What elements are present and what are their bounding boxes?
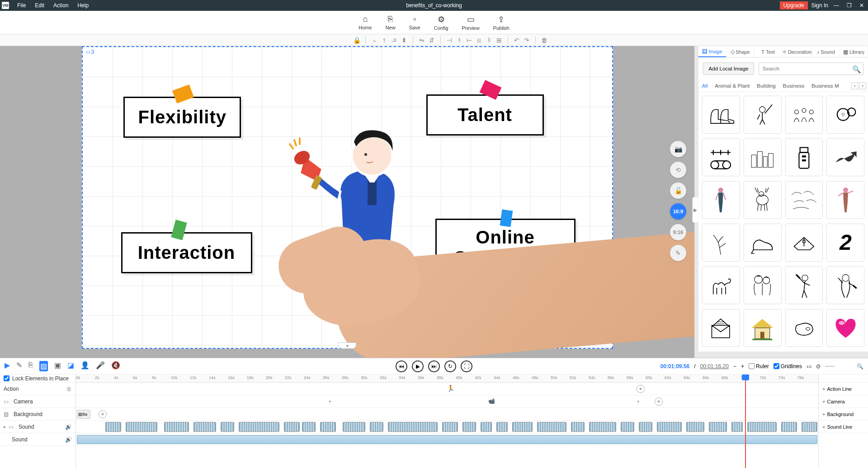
camera-track[interactable]: ▪ 📹 ▪ +: [76, 395, 818, 408]
minimize-icon[interactable]: ―: [832, 2, 841, 9]
align-bottom-icon[interactable]: ⫡: [390, 36, 398, 44]
sound-clip[interactable]: [164, 422, 189, 432]
publish-button[interactable]: ⇪Publish: [493, 14, 509, 31]
sound-clip[interactable]: [747, 422, 777, 432]
sound-clip[interactable]: [571, 422, 585, 432]
card-talent[interactable]: Talent: [426, 94, 544, 136]
sound-clip[interactable]: [512, 422, 533, 432]
sound-clip[interactable]: [621, 422, 634, 432]
align-right-icon[interactable]: ⊢: [465, 36, 473, 44]
action-marker-icon[interactable]: 🏃: [447, 385, 454, 392]
zoom-out-button[interactable]: −: [733, 363, 736, 370]
asset-thumb-branch[interactable]: [702, 224, 740, 262]
search-icon[interactable]: 🔍: [852, 65, 861, 74]
group-icon[interactable]: ⊞: [495, 36, 503, 44]
sound-clip[interactable]: [126, 422, 157, 432]
zoom-search-icon[interactable]: 🔍: [857, 363, 863, 370]
close-icon[interactable]: ✕: [857, 2, 866, 9]
undo-icon[interactable]: ↶: [513, 36, 521, 44]
edit-tool-icon[interactable]: ✎: [670, 245, 686, 261]
category-prev-icon[interactable]: ‹: [851, 82, 859, 89]
sound-clip[interactable]: [537, 422, 566, 432]
sound-clip[interactable]: [370, 422, 383, 432]
canvas[interactable]: ▭ 3 Flexibility Talent Interaction Onlin…: [82, 46, 613, 349]
sound-clip[interactable]: [496, 422, 508, 432]
asset-thumb-baseball-player[interactable]: [785, 266, 823, 304]
sound-clip[interactable]: [709, 422, 727, 432]
asset-thumb-deer[interactable]: [743, 181, 781, 219]
sound-clip[interactable]: [320, 422, 336, 432]
align-vcenter-icon[interactable]: ⫯: [380, 36, 388, 44]
action-delete-icon[interactable]: 🗑: [66, 386, 72, 392]
asset-thumb-woman-standing[interactable]: [702, 181, 740, 219]
flip-v-icon[interactable]: ⇵: [428, 36, 436, 44]
camera-tool-icon[interactable]: 📷: [670, 141, 686, 157]
rotate-tool-icon[interactable]: ⟲: [670, 162, 686, 178]
frame-icon[interactable]: ▣: [54, 361, 61, 371]
asset-thumb-sketch-scene[interactable]: [785, 181, 823, 219]
new-button[interactable]: ⎘New: [386, 14, 396, 30]
zoom-in-button[interactable]: +: [741, 363, 744, 370]
total-time[interactable]: 00:01:16.20: [700, 363, 729, 370]
add-local-image-button[interactable]: Add Local Image: [703, 62, 754, 75]
asset-thumb-shoe[interactable]: [743, 224, 781, 262]
menu-edit[interactable]: Edit: [30, 2, 49, 9]
play-button[interactable]: ▶: [412, 360, 424, 372]
card-flexibility[interactable]: Flexibility: [123, 97, 241, 138]
tab-library[interactable]: ▦Library: [840, 46, 868, 57]
export-clip-icon[interactable]: ⎘: [28, 361, 33, 371]
align-left-icon[interactable]: ⊣: [445, 36, 453, 44]
tab-text[interactable]: TText: [754, 46, 782, 57]
asset-thumb-caveman[interactable]: [826, 266, 864, 304]
align-top-icon[interactable]: ⫠: [370, 36, 378, 44]
prev-button[interactable]: ⏮: [396, 360, 407, 372]
flip-h-icon[interactable]: ⇋: [418, 36, 426, 44]
camera-keyframe-3[interactable]: ▪: [637, 399, 639, 404]
lock-elements-checkbox[interactable]: [4, 375, 9, 381]
timeline-ruler[interactable]: 0s2s4s6s8s10s12s14s16s18s20s22s24s26s28s…: [76, 374, 818, 383]
action-add-button[interactable]: +: [637, 385, 645, 393]
playhead[interactable]: [745, 374, 746, 468]
align-hcenter-icon[interactable]: ⫲: [455, 36, 463, 44]
next-button[interactable]: ⏭: [428, 360, 440, 372]
camera-keyframe-2[interactable]: 📹: [488, 398, 495, 404]
category-all[interactable]: All: [702, 83, 708, 89]
asset-thumb-woman-presenting[interactable]: [826, 181, 864, 219]
sound-clip[interactable]: [193, 422, 216, 432]
asset-thumb-conveyor[interactable]: [702, 138, 740, 176]
align-stretch-icon[interactable]: ⬍: [400, 36, 408, 44]
sound-clip[interactable]: [686, 422, 704, 432]
sound-clip[interactable]: [589, 422, 616, 432]
edit-clip-icon[interactable]: ✎: [16, 361, 22, 371]
asset-thumb-heart[interactable]: [826, 309, 864, 347]
panel-collapse-handle[interactable]: ▸: [692, 197, 698, 223]
asset-thumb-steak[interactable]: [785, 309, 823, 347]
maximize-icon[interactable]: ❐: [844, 2, 854, 9]
asset-thumb-usb[interactable]: [785, 138, 823, 176]
upgrade-button[interactable]: Upgrade: [780, 1, 808, 9]
sound-clip[interactable]: [639, 422, 652, 432]
hatch-icon[interactable]: ▨: [39, 361, 48, 371]
category-business-m[interactable]: Business M: [811, 83, 839, 89]
sound-clip[interactable]: [221, 422, 234, 432]
menu-action[interactable]: Action: [49, 2, 73, 9]
sound-clip[interactable]: [781, 422, 797, 432]
add-camera-button[interactable]: Camera: [819, 395, 868, 408]
config-button[interactable]: ⚙Config: [434, 14, 448, 31]
sound-clip[interactable]: [442, 422, 458, 432]
camera-add-button[interactable]: +: [655, 398, 663, 406]
canvas-expand-handle[interactable]: ▾: [338, 342, 356, 349]
sound2-volume-icon[interactable]: 🔊: [65, 436, 72, 443]
mic-icon[interactable]: 🎤: [96, 361, 105, 371]
background-clip[interactable]: ▨ Ba: [77, 410, 90, 419]
asset-thumb-cityscape[interactable]: [743, 138, 781, 176]
redo-icon[interactable]: ↷: [523, 36, 531, 44]
asset-thumb-number-2[interactable]: 2: [826, 224, 864, 262]
sound-clip[interactable]: [105, 422, 121, 432]
add-sound-line-button[interactable]: Sound Line: [819, 421, 868, 433]
sound-clip[interactable]: [284, 422, 300, 432]
zoom-reset-icon[interactable]: ⊙: [816, 363, 821, 370]
asset-thumb-pacifier[interactable]: [826, 96, 864, 134]
distribute-h-icon[interactable]: ⫼: [475, 36, 483, 44]
tab-shape[interactable]: ◇Shape: [726, 46, 755, 57]
